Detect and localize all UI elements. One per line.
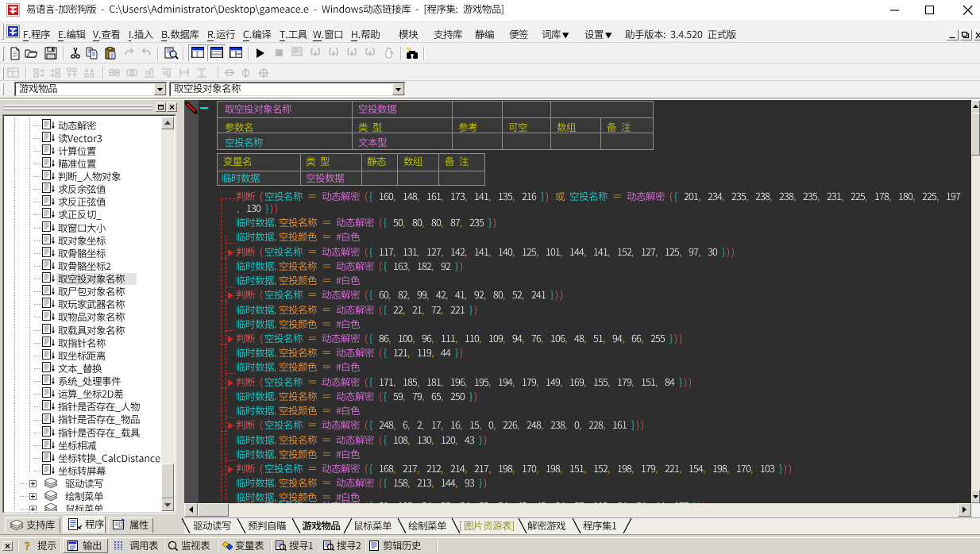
svg-text:?: ? [25,541,30,552]
